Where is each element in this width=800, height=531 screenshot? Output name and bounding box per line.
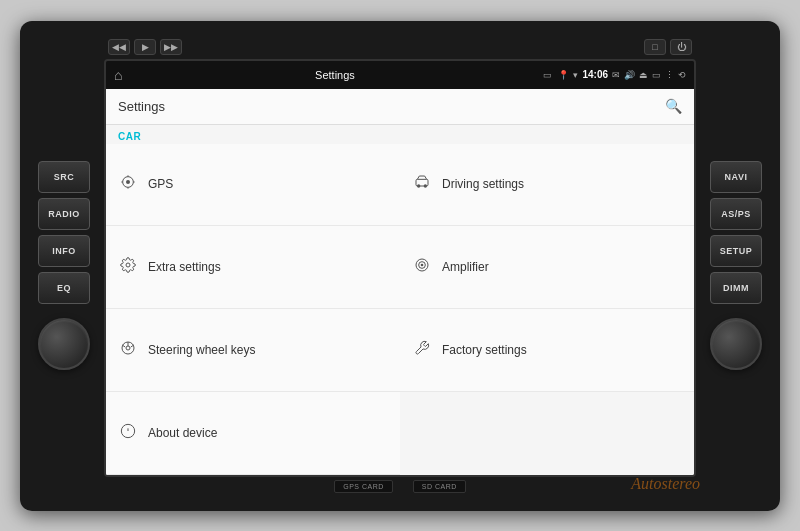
sd-card-slot[interactable]: SD CARD [413, 480, 466, 493]
svg-point-9 [126, 263, 130, 267]
info-button[interactable]: INFO [38, 235, 90, 267]
svg-point-8 [424, 185, 427, 188]
steering-icon [118, 340, 138, 360]
amplifier-label: Amplifier [442, 260, 489, 274]
driving-label: Driving settings [442, 177, 524, 191]
driving-icon [412, 174, 432, 194]
asps-button[interactable]: AS/PS [710, 198, 762, 230]
top-media-controls: ◀◀ ▶ ▶▶ □ ⏻ [104, 35, 696, 59]
next-button[interactable]: ▶▶ [160, 39, 182, 55]
device-main-body: SRC RADIO INFO EQ ◀◀ ▶ ▶▶ [30, 31, 770, 501]
left-panel: SRC RADIO INFO EQ [30, 31, 98, 501]
screen2-icon: ▭ [652, 70, 661, 80]
right-panel: NAVI AS/PS SETUP DIMM [702, 31, 770, 501]
settings-item-gps[interactable]: GPS [106, 144, 400, 227]
left-knob[interactable] [38, 318, 90, 370]
android-status-bar: ⌂ Settings ▭ 📍 ▾ 14:06 ✉ 🔊 ⏏ ▭ ⋮ ⟲ [106, 61, 694, 89]
src-button[interactable]: SRC [38, 161, 90, 193]
gps-label: GPS [148, 177, 173, 191]
card-slots-area: GPS CARD SD CARD [104, 477, 696, 497]
left-button-group: SRC RADIO INFO EQ [38, 161, 90, 304]
svg-point-7 [417, 185, 420, 188]
steering-label: Steering wheel keys [148, 343, 255, 357]
empty-cell [400, 392, 694, 475]
settings-item-amplifier[interactable]: Amplifier [400, 226, 694, 309]
home-icon[interactable]: ⌂ [114, 67, 122, 83]
right-button-group: NAVI AS/PS SETUP DIMM [710, 161, 762, 304]
settings-item-steering[interactable]: Steering wheel keys [106, 309, 400, 392]
settings-item-extra[interactable]: Extra settings [106, 226, 400, 309]
radio-button[interactable]: RADIO [38, 198, 90, 230]
settings-header-bar: Settings 🔍 [106, 89, 694, 125]
about-icon [118, 423, 138, 443]
car-stereo-device: SRC RADIO INFO EQ ◀◀ ▶ ▶▶ [20, 21, 780, 511]
location-icon: 📍 [558, 70, 569, 80]
dimm-button[interactable]: DIMM [710, 272, 762, 304]
svg-point-12 [421, 264, 424, 267]
android-screen: ⌂ Settings ▭ 📍 ▾ 14:06 ✉ 🔊 ⏏ ▭ ⋮ ⟲ [104, 59, 696, 477]
gps-icon [118, 174, 138, 194]
prev-button[interactable]: ◀◀ [108, 39, 130, 55]
mail-icon: ✉ [612, 70, 620, 80]
extra-settings-label: Extra settings [148, 260, 221, 274]
eject-icon: ⏏ [639, 70, 648, 80]
settings-header-title: Settings [118, 99, 165, 114]
navi-button[interactable]: NAVI [710, 161, 762, 193]
factory-settings-label: Factory settings [442, 343, 527, 357]
volume-icon: 🔊 [624, 70, 635, 80]
play-button[interactable]: ▶ [134, 39, 156, 55]
settings-content: Settings 🔍 CAR GPS [106, 89, 694, 475]
settings-item-about[interactable]: About device [106, 392, 400, 475]
status-time: 14:06 [582, 69, 608, 80]
settings-grid: GPS Driving settings [106, 144, 694, 475]
about-label: About device [148, 426, 217, 440]
gps-card-slot[interactable]: GPS CARD [334, 480, 393, 493]
svg-point-14 [126, 346, 130, 350]
status-icons-group: 📍 ▾ 14:06 ✉ 🔊 ⏏ ▭ ⋮ ⟲ [558, 69, 686, 80]
center-screen-area: ◀◀ ▶ ▶▶ □ ⏻ [104, 31, 696, 501]
factory-icon [412, 340, 432, 360]
settings-item-driving[interactable]: Driving settings [400, 144, 694, 227]
svg-point-1 [126, 180, 130, 184]
power-icon[interactable]: ⏻ [670, 39, 692, 55]
status-bar-title: Settings [132, 69, 537, 81]
settings-item-factory[interactable]: Factory settings [400, 309, 694, 392]
eq-button[interactable]: EQ [38, 272, 90, 304]
more-icon[interactable]: ⋮ [665, 70, 674, 80]
search-icon[interactable]: 🔍 [665, 98, 682, 114]
right-knob[interactable] [710, 318, 762, 370]
wifi-icon: ▾ [573, 70, 578, 80]
extra-settings-icon [118, 257, 138, 277]
back-icon[interactable]: ⟲ [678, 70, 686, 80]
amplifier-icon [412, 257, 432, 277]
car-section-label: CAR [106, 125, 694, 144]
screen-icon: □ [644, 39, 666, 55]
screen-icon-status: ▭ [543, 70, 552, 80]
setup-button[interactable]: SETUP [710, 235, 762, 267]
